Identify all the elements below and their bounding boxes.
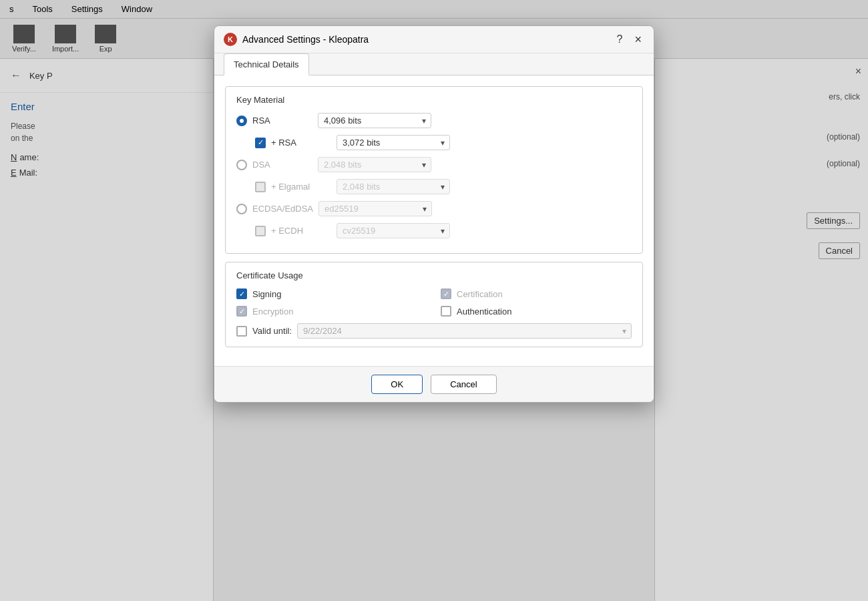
rsa-row: RSA 1,024 bits 2,048 bits 3,072 bits 4,0… [236, 113, 632, 128]
key-material-title: Key Material [236, 95, 632, 105]
rsa-radio[interactable] [236, 116, 247, 126]
ecdsa-select[interactable]: ed25519 [318, 201, 432, 216]
ecdsa-row: ECDSA/EdDSA ed25519 [236, 201, 632, 216]
dialog-title: Advanced Settings - Kleopatra [242, 34, 608, 45]
kleopatra-icon: K [224, 33, 237, 46]
encryption-label: Encryption [252, 307, 293, 317]
rsa-sub-select[interactable]: 1,024 bits 2,048 bits 3,072 bits 4,096 b… [337, 135, 450, 150]
dialog-titlebar: K Advanced Settings - Kleopatra ? × [214, 26, 654, 53]
valid-until-checkbox[interactable] [236, 326, 247, 337]
rsa-sub-checkbox[interactable] [255, 138, 266, 148]
rsa-select[interactable]: 1,024 bits 2,048 bits 3,072 bits 4,096 b… [318, 113, 431, 128]
ecdh-checkbox[interactable] [255, 226, 266, 236]
authentication-item: Authentication [441, 306, 632, 317]
elgamal-label: + Elgamal [271, 182, 331, 192]
dsa-select-wrapper: 2,048 bits [318, 157, 431, 172]
certification-label: Certification [457, 289, 503, 299]
signing-item: Signing [236, 288, 427, 299]
close-button[interactable]: × [632, 33, 644, 45]
valid-until-input[interactable] [297, 323, 632, 339]
signing-label: Signing [252, 289, 281, 299]
dsa-label: DSA [252, 160, 312, 170]
encryption-item: Encryption [236, 306, 427, 317]
certificate-usage-section: Certificate Usage Signing Certification … [225, 262, 643, 347]
certification-item: Certification [441, 288, 632, 299]
ecdh-row: + ECDH cv25519 [255, 223, 632, 238]
ecdh-select-wrapper: cv25519 [337, 223, 450, 238]
cert-usage-grid: Signing Certification Encryption Authent… [236, 288, 632, 317]
advanced-settings-dialog: K Advanced Settings - Kleopatra ? × Tech… [214, 25, 654, 403]
elgamal-row: + Elgamal 2,048 bits [255, 179, 632, 194]
key-material-section: Key Material RSA 1,024 bits 2,048 bits 3… [225, 86, 643, 254]
elgamal-checkbox[interactable] [255, 182, 266, 192]
ecdsa-label: ECDSA/EdDSA [252, 204, 313, 214]
ecdsa-select-wrapper: ed25519 [318, 201, 432, 216]
certificate-usage-title: Certificate Usage [236, 270, 632, 280]
ecdsa-radio[interactable] [236, 204, 247, 214]
certification-checkbox[interactable] [441, 288, 451, 299]
dialog-tabs: Technical Details [214, 53, 654, 75]
rsa-label: RSA [252, 116, 312, 126]
ecdh-select[interactable]: cv25519 [337, 223, 450, 238]
valid-until-label: Valid until: [252, 326, 292, 336]
cancel-button[interactable]: Cancel [431, 375, 496, 394]
rsa-sub-row: + RSA 1,024 bits 2,048 bits 3,072 bits 4… [255, 135, 632, 150]
encryption-checkbox[interactable] [236, 306, 247, 317]
valid-until-arrow-icon: ▾ [622, 327, 626, 336]
rsa-sub-label: + RSA [271, 138, 331, 148]
valid-until-input-wrapper: ▾ [297, 323, 632, 339]
dsa-radio[interactable] [236, 160, 247, 170]
dsa-row: DSA 2,048 bits [236, 157, 632, 172]
elgamal-select[interactable]: 2,048 bits [337, 179, 450, 194]
tab-technical-details[interactable]: Technical Details [224, 53, 309, 75]
help-button[interactable]: ? [613, 33, 627, 45]
dialog-footer: OK Cancel [214, 366, 654, 402]
elgamal-select-wrapper: 2,048 bits [337, 179, 450, 194]
rsa-sub-select-wrapper: 1,024 bits 2,048 bits 3,072 bits 4,096 b… [337, 135, 450, 150]
ecdh-label: + ECDH [271, 226, 331, 236]
dialog-content: Key Material RSA 1,024 bits 2,048 bits 3… [214, 75, 654, 366]
authentication-label: Authentication [457, 307, 511, 317]
dsa-select[interactable]: 2,048 bits [318, 157, 431, 172]
ok-button[interactable]: OK [371, 375, 423, 394]
valid-until-row: Valid until: ▾ [236, 323, 632, 339]
authentication-checkbox[interactable] [441, 306, 451, 317]
rsa-select-wrapper: 1,024 bits 2,048 bits 3,072 bits 4,096 b… [318, 113, 431, 128]
signing-checkbox[interactable] [236, 288, 247, 299]
